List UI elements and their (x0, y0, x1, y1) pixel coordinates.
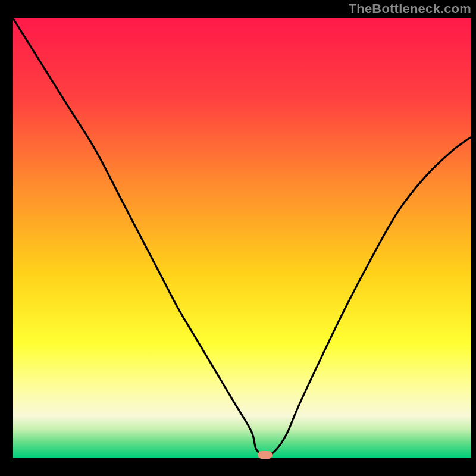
bottleneck-chart (0, 0, 476, 476)
chart-frame: { "attribution": "TheBottleneck.com", "c… (0, 0, 476, 476)
attribution-text: TheBottleneck.com (349, 1, 471, 17)
optimum-marker (258, 451, 273, 459)
plot-background (13, 18, 471, 458)
